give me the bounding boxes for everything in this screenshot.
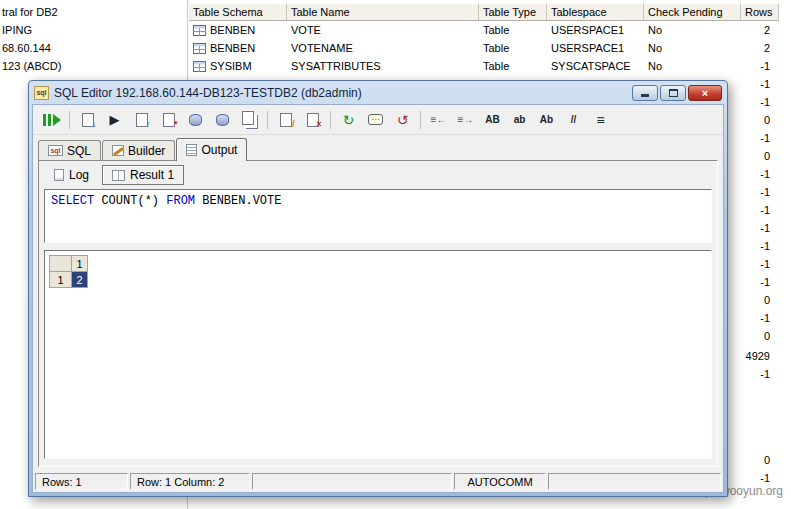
log-icon xyxy=(54,169,64,181)
uppercase-button[interactable]: AB xyxy=(481,109,504,131)
sql-editor-window: sql SQL Editor 192.168.60.144-DB123-TEST… xyxy=(28,80,728,497)
rows-count-value: 4929 xyxy=(735,347,775,365)
run-button[interactable]: ▶ xyxy=(103,109,126,131)
cell-tablespace: SYSCATSPACE xyxy=(547,57,644,75)
messages-icon: ⋯ xyxy=(368,114,383,125)
grid-selected-cell[interactable]: 2 xyxy=(72,272,88,288)
cell-check-pending: No xyxy=(644,57,741,75)
tables-list: Table Schema Table Name Table Type Table… xyxy=(189,3,791,75)
column-header-rows[interactable]: Rows xyxy=(741,3,779,21)
sql-editor-window-icon: sql xyxy=(34,86,49,100)
minimize-button[interactable] xyxy=(632,85,658,101)
rows-count-value: -1 xyxy=(735,57,775,75)
sql-text: BENBEN.VOTE xyxy=(195,194,281,208)
rows-count-value: 0 xyxy=(735,291,775,309)
navigation-tree: tral for DB2 IPING 68.60.144 123 (ABCD) xyxy=(0,3,186,75)
output-tab-icon xyxy=(186,144,197,156)
tab-builder[interactable]: Builder xyxy=(102,140,175,160)
close-button[interactable]: × xyxy=(688,85,722,101)
cell-name: VOTENAME xyxy=(287,39,479,57)
status-bar: Rows: 1 Row: 1 Column: 2 AUTOCOMM xyxy=(33,471,723,492)
cell-check-pending: No xyxy=(644,39,741,57)
sql-assist-button[interactable]: * xyxy=(157,109,180,131)
column-header-check-pending[interactable]: Check Pending xyxy=(644,3,741,21)
grid-corner-cell[interactable] xyxy=(50,256,72,272)
tree-item[interactable]: 68.60.144 xyxy=(0,39,186,57)
sql-tab-icon: sql xyxy=(48,145,63,156)
close-icon: × xyxy=(702,87,708,99)
messages-button[interactable]: ⋯ xyxy=(364,109,387,131)
rows-count-value: -1 xyxy=(735,93,775,111)
comment-button[interactable]: // xyxy=(562,109,585,131)
rows-count-value: 0 xyxy=(735,327,775,345)
tab-output[interactable]: Output xyxy=(176,138,247,161)
subtab-label: Log xyxy=(69,168,89,182)
run-icon: ▶ xyxy=(110,112,120,127)
cell-schema: BENBEN xyxy=(189,21,287,39)
execute-all-button[interactable] xyxy=(40,109,63,131)
result-grid-data-row: 1 2 xyxy=(50,272,88,288)
rows-count-value: -1 xyxy=(735,183,775,201)
tree-item[interactable]: tral for DB2 xyxy=(0,3,186,21)
outdent-button[interactable]: ≡← xyxy=(427,109,450,131)
column-header-table-schema[interactable]: Table Schema xyxy=(189,3,287,21)
subtab-log[interactable]: Log xyxy=(44,165,99,185)
tree-item[interactable]: 123 (ABCD) xyxy=(0,57,186,75)
format-button[interactable]: ≡ xyxy=(589,109,612,131)
subtab-result-1[interactable]: Result 1 xyxy=(102,165,184,185)
rows-count-value: -1 xyxy=(735,309,775,327)
open-script-button[interactable]: ↑ xyxy=(130,109,153,131)
cell-type: Table xyxy=(479,21,547,39)
rows-count-value: 0 xyxy=(735,111,775,129)
lowercase-button[interactable]: ab xyxy=(508,109,531,131)
column-header-tablespace[interactable]: Tablespace xyxy=(547,3,644,21)
export-results-button[interactable]: ↓ xyxy=(76,109,99,131)
table-row[interactable]: BENBEN VOTE Table USERSPACE1 No xyxy=(189,21,791,39)
rollback-button[interactable]: ↺ xyxy=(391,109,414,131)
rows-count-value: -1 xyxy=(735,165,775,183)
tab-sql[interactable]: sql SQL xyxy=(38,140,101,160)
sql-statement-view[interactable]: SELECT COUNT(*) FROM BENBEN.VOTE xyxy=(44,189,712,243)
column-header-table-name[interactable]: Table Name xyxy=(287,3,479,21)
capitalize-button[interactable]: Ab xyxy=(535,109,558,131)
tree-item[interactable]: IPING xyxy=(0,21,186,39)
cell-type: Table xyxy=(479,57,547,75)
status-position: Row: 1 Column: 2 xyxy=(130,473,250,490)
indent-button[interactable]: ≡→ xyxy=(454,109,477,131)
format-icon: ≡ xyxy=(596,112,604,128)
maximize-button[interactable] xyxy=(660,85,686,101)
subtab-label: Result 1 xyxy=(130,168,174,182)
cell-schema: SYSIBM xyxy=(189,57,287,75)
output-page: Log Result 1 SELECT COUNT(*) FROM BENBEN… xyxy=(38,160,718,467)
result-grid-header-row: 1 xyxy=(50,256,88,272)
toolbar: ↓ ▶ ↑ * / × ↻ ⋯ ↺ ≡← ≡→ AB ab Ab / xyxy=(33,105,723,135)
column-header-table-type[interactable]: Table Type xyxy=(479,3,547,21)
commit-button[interactable]: ↻ xyxy=(337,109,360,131)
clear-button[interactable]: × xyxy=(301,109,324,131)
tab-label: Builder xyxy=(128,144,165,158)
database-button[interactable] xyxy=(211,109,234,131)
copy-button[interactable] xyxy=(238,109,261,131)
toolbar-separator xyxy=(330,111,331,129)
table-icon xyxy=(193,25,206,36)
explain-button[interactable] xyxy=(184,109,207,131)
clear-icon: × xyxy=(307,113,319,127)
rows-count-value: 2 xyxy=(735,21,775,39)
cell-name: VOTE xyxy=(287,21,479,39)
execute-icon xyxy=(43,113,61,127)
status-autocommit: AUTOCOMM xyxy=(454,473,546,490)
edit-button[interactable]: / xyxy=(274,109,297,131)
commit-icon: ↻ xyxy=(343,112,355,128)
rows-count-value: -1 xyxy=(735,273,775,291)
grid-column-header[interactable]: 1 xyxy=(72,256,88,272)
tab-label: Output xyxy=(201,143,237,157)
database-explain-icon xyxy=(189,114,202,126)
result-area[interactable]: 1 1 2 xyxy=(44,250,712,459)
result-grid: 1 1 2 xyxy=(49,255,88,288)
grid-row-header[interactable]: 1 xyxy=(50,272,72,288)
edit-icon: / xyxy=(280,113,292,127)
table-row[interactable]: BENBEN VOTENAME Table USERSPACE1 No xyxy=(189,39,791,57)
table-row[interactable]: SYSIBM SYSATTRIBUTES Table SYSCATSPACE N… xyxy=(189,57,791,75)
title-bar[interactable]: sql SQL Editor 192.168.60.144-DB123-TEST… xyxy=(32,81,724,104)
uppercase-icon: AB xyxy=(485,114,499,125)
